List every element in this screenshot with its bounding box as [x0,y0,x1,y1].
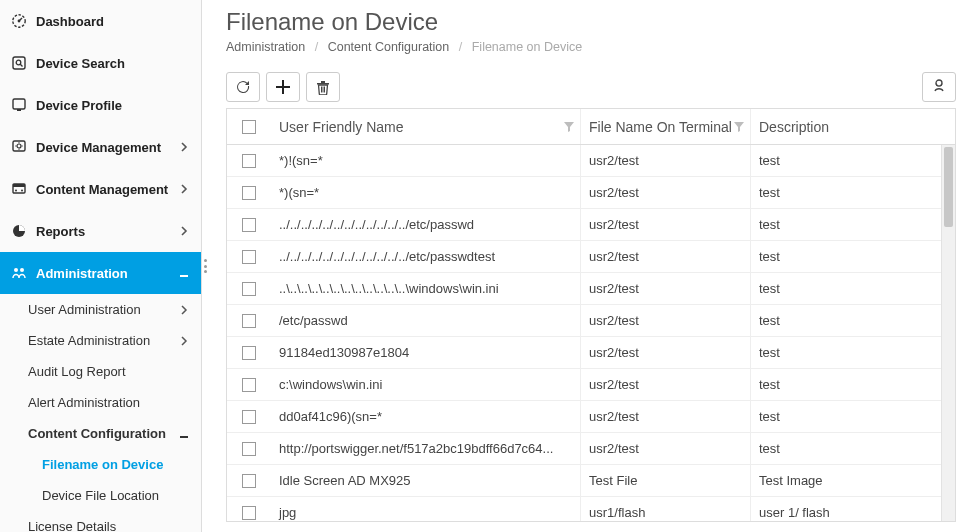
breadcrumb-content-configuration[interactable]: Content Configuration [328,40,450,54]
scrollbar-thumb[interactable] [944,147,953,227]
add-button[interactable] [266,72,300,102]
td-file-name-on-terminal: usr2/test [581,209,751,240]
nav-label: Reports [36,224,85,239]
td-description: test [751,209,941,240]
td-file-name-on-terminal: usr2/test [581,305,751,336]
sub-estate-administration[interactable]: Estate Administration [0,325,201,356]
sub-user-administration[interactable]: User Administration [0,294,201,325]
td-description: test [751,369,941,400]
chevron-right-icon [177,182,191,196]
svg-point-4 [16,60,21,65]
svg-point-12 [15,190,17,192]
row-checkbox[interactable] [242,154,256,168]
sub-content-configuration[interactable]: Content Configuration [0,418,201,449]
td-description: test [751,273,941,304]
svg-rect-7 [17,109,21,111]
columns-button[interactable] [922,72,956,102]
nav-dashboard[interactable]: Dashboard [0,0,201,42]
delete-button[interactable] [306,72,340,102]
nav-reports[interactable]: Reports [0,210,201,252]
subsub-label: Device File Location [42,488,159,503]
td-user-friendly-name: c:\windows\win.ini [271,369,581,400]
row-checkbox[interactable] [242,346,256,360]
td-select [227,369,271,400]
table-row[interactable]: 91184ed130987e1804usr2/testtest [227,337,941,369]
td-file-name-on-terminal: usr1/flash [581,497,751,521]
content-management-icon [10,180,28,198]
th-file-name-on-terminal[interactable]: File Name On Terminal [581,109,751,144]
breadcrumb-administration[interactable]: Administration [226,40,305,54]
table-row[interactable]: http://portswigger.net/f517a2bc19bdff66d… [227,433,941,465]
row-checkbox[interactable] [242,442,256,456]
table-row[interactable]: /etc/passwdusr2/testtest [227,305,941,337]
vertical-scrollbar[interactable] [941,145,955,521]
svg-line-2 [19,18,22,21]
td-user-friendly-name: Idle Screen AD MX925 [271,465,581,496]
sub-label: Audit Log Report [28,364,126,379]
td-description: test [751,337,941,368]
td-file-name-on-terminal: usr2/test [581,177,751,208]
table-row[interactable]: ../../../../../../../../../../../../etc/… [227,209,941,241]
plus-icon [276,80,290,94]
nav-label: Dashboard [36,14,104,29]
td-select [227,273,271,304]
sub-audit-log-report[interactable]: Audit Log Report [0,356,201,387]
subsub-filename-on-device[interactable]: Filename on Device [0,449,201,480]
table-row[interactable]: Idle Screen AD MX925Test FileTest Image [227,465,941,497]
data-table: User Friendly Name File Name On Terminal… [226,108,956,522]
breadcrumb-sep: / [315,40,318,54]
row-checkbox[interactable] [242,250,256,264]
select-all-checkbox[interactable] [242,120,256,134]
td-select [227,209,271,240]
sub-alert-administration[interactable]: Alert Administration [0,387,201,418]
nav-administration[interactable]: Administration [0,252,201,294]
table-row[interactable]: c:\windows\win.iniusr2/testtest [227,369,941,401]
chevron-right-icon [177,303,191,317]
td-description: user 1/ flash [751,497,941,521]
nav-label: Device Management [36,140,161,155]
sub-label: Alert Administration [28,395,140,410]
table-header: User Friendly Name File Name On Terminal… [227,109,955,145]
table-row[interactable]: *)(sn=*usr2/testtest [227,177,941,209]
breadcrumb-current: Filename on Device [472,40,582,54]
row-checkbox[interactable] [242,282,256,296]
nav-content-management[interactable]: Content Management [0,168,201,210]
sub-label: Estate Administration [28,333,150,348]
table-row[interactable]: ..\..\..\..\..\..\..\..\..\..\..\..\wind… [227,273,941,305]
filter-icon[interactable] [564,122,574,132]
th-description[interactable]: Description [751,109,941,144]
row-checkbox[interactable] [242,378,256,392]
subsub-device-file-location[interactable]: Device File Location [0,480,201,511]
row-checkbox[interactable] [242,410,256,424]
nav-device-management[interactable]: Device Management [0,126,201,168]
td-file-name-on-terminal: usr2/test [581,433,751,464]
row-checkbox[interactable] [242,314,256,328]
row-checkbox[interactable] [242,506,256,520]
td-description: test [751,305,941,336]
th-user-friendly-name[interactable]: User Friendly Name [271,109,581,144]
sub-label: Content Configuration [28,426,166,441]
nav-device-search[interactable]: Device Search [0,42,201,84]
row-checkbox[interactable] [242,474,256,488]
breadcrumb: Administration / Content Configuration /… [226,40,956,54]
chevron-right-icon [177,224,191,238]
row-checkbox[interactable] [242,186,256,200]
table-row[interactable]: jpgusr1/flashuser 1/ flash [227,497,941,521]
svg-point-9 [17,144,21,148]
td-select [227,305,271,336]
pane-resize-handle[interactable] [202,0,210,532]
th-label: File Name On Terminal [589,119,732,135]
sub-license-details[interactable]: License Details [0,511,201,532]
td-description: test [751,145,941,176]
row-checkbox[interactable] [242,218,256,232]
svg-rect-11 [13,184,25,187]
refresh-button[interactable] [226,72,260,102]
nav-device-profile[interactable]: Device Profile [0,84,201,126]
td-file-name-on-terminal: usr2/test [581,145,751,176]
svg-point-13 [21,190,23,192]
table-row[interactable]: dd0af41c96)(sn=*usr2/testtest [227,401,941,433]
table-row[interactable]: *)!(sn=*usr2/testtest [227,145,941,177]
th-label: Description [759,119,829,135]
table-row[interactable]: ../../../../../../../../../../../../etc/… [227,241,941,273]
filter-icon[interactable] [734,122,744,132]
